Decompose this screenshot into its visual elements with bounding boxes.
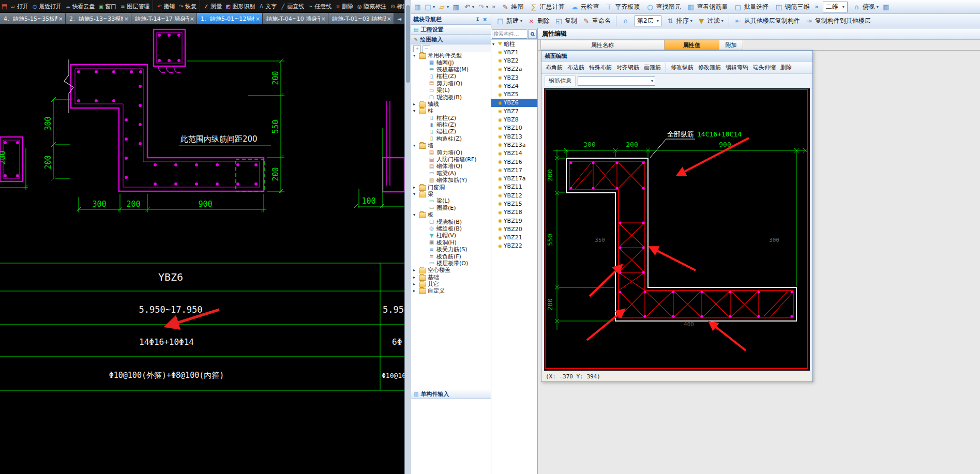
drawing-tab[interactable]: 1、结施5-01~12墙柱… × — [197, 13, 263, 24]
component-item[interactable]: ◉ YBZ15 — [491, 200, 537, 208]
sort-button[interactable]: ⇅ 排序 ▾ — [664, 15, 695, 27]
divider-scrollbar[interactable] — [404, 0, 411, 474]
menu-item[interactable]: ↶ 撤销 — [153, 0, 176, 12]
dialog-title-bar[interactable]: 截面编辑 — [541, 51, 812, 62]
menu-item[interactable]: ◩ 图形识别 — [223, 0, 257, 12]
menu-item[interactable]: ↷ 恢复 — [176, 0, 198, 12]
section-tool-button[interactable]: 端头伸缩 — [751, 63, 778, 72]
save-icon[interactable]: ▥ — [450, 2, 461, 12]
toolbar-overflow-icon[interactable]: » — [812, 3, 820, 10]
section-tool-button[interactable]: 修改箍筋 — [696, 63, 723, 72]
tree-item[interactable]: ▾ 常用构件类型 — [411, 52, 491, 59]
tree-item[interactable]: ▢ 现浇板(B) — [411, 94, 491, 100]
component-item[interactable]: ◉ YBZ5 — [491, 90, 537, 98]
floor-icon[interactable]: ⌂ — [616, 16, 632, 26]
tree-item[interactable]: ◎ 螺旋板(B) — [411, 225, 491, 232]
tree-item[interactable]: ≡ 板受力筋(S) — [411, 246, 491, 253]
component-item[interactable]: ◉ YBZ2 — [491, 56, 537, 65]
menu-item[interactable]: × 删除 — [333, 0, 355, 12]
component-item[interactable]: ◉ YBZ1 — [491, 48, 537, 56]
tree-item[interactable]: ▮ 暗柱(Z) — [411, 121, 491, 128]
component-item[interactable]: ◉ YBZ8 — [491, 115, 537, 124]
tree-item[interactable]: ▸ 空心楼盖 — [411, 267, 491, 273]
tab-close-icon[interactable]: × — [255, 16, 260, 22]
component-root-item[interactable]: ▾ 暗柱 — [491, 40, 537, 48]
tree-item[interactable]: ▸ 基础 — [411, 274, 491, 281]
section-single-component-input[interactable]: ▥ 单构件输入 — [411, 389, 491, 399]
draw-button[interactable]: ✎ 绘图 — [498, 1, 526, 13]
tree-item[interactable]: ▾ 板 — [411, 211, 491, 218]
component-item[interactable]: ◉ YBZ22 — [491, 242, 537, 250]
component-item[interactable]: ◉ YBZ4 — [491, 82, 537, 90]
expand-arrow-icon[interactable]: ▾ — [413, 108, 417, 114]
tree-item[interactable]: ▭ 楼层板带(O) — [411, 260, 491, 267]
component-item[interactable]: ◉ YBZ19 — [491, 217, 537, 225]
section-project-settings[interactable]: ▤ 工程设置 — [411, 25, 491, 35]
rename-component-button[interactable]: ✎ 重命名 — [580, 15, 613, 27]
component-item[interactable]: ◉ YBZ21 — [491, 234, 537, 242]
toolbar-overflow-icon[interactable]: » — [490, 3, 497, 10]
menu-item[interactable]: ~ 任意线 — [306, 0, 333, 12]
floor-select[interactable]: 第2层 ▾ — [635, 16, 661, 26]
tree-item[interactable]: ▭ 梁(L) — [411, 87, 491, 94]
view-direction-button[interactable]: ⌂ 俯视 ▾ — [850, 1, 881, 13]
collapse-all-icon[interactable]: − — [423, 45, 430, 53]
app-menu-icon[interactable]: ▦ — [413, 3, 422, 11]
component-item[interactable]: ◉ YBZ13a — [491, 141, 537, 149]
tree-item[interactable]: ▭ 梁(L) — [411, 197, 491, 204]
section-drawing-input[interactable]: ✎ 绘图输入 — [411, 35, 491, 44]
component-item[interactable]: ◉ YBZ7 — [491, 107, 537, 115]
find-element-button[interactable]: ○ 查找图元 — [643, 1, 683, 13]
expand-arrow-icon[interactable]: ▸ — [413, 101, 417, 108]
component-item[interactable]: ◉ YBZ6 — [491, 99, 537, 107]
tree-item[interactable]: ▧ 砌体加筋(Y) — [411, 177, 491, 184]
tab-close-icon[interactable]: × — [58, 16, 63, 22]
new-component-button[interactable]: ▤ 新建 ▾ — [494, 15, 524, 27]
tree-item[interactable]: ▾ 柱 — [411, 108, 491, 114]
delete-component-button[interactable]: × 删除 — [525, 15, 552, 27]
tree-item[interactable]: ▸ 其它 — [411, 281, 491, 287]
component-item[interactable]: ◉ YBZ20 — [491, 225, 537, 233]
expand-arrow-icon[interactable]: ▾ — [413, 191, 417, 197]
batch-select-button[interactable]: ▢ 批量选择 — [731, 1, 771, 13]
tree-item[interactable]: ▣ 板洞(H) — [411, 239, 491, 246]
tree-item[interactable]: ▼ 柱帽(V) — [411, 232, 491, 239]
menu-item[interactable]: ◷ 最近打开 — [30, 0, 63, 12]
column-header-attach[interactable]: 附加 — [719, 40, 743, 50]
tab-close-icon[interactable]: × — [321, 16, 326, 22]
menu-item[interactable]: A 文字 — [257, 0, 278, 12]
tree-item[interactable]: ▯ 框柱(Z) — [411, 115, 491, 121]
drawing-tab[interactable]: 2、结施5-13~33模板… × — [66, 13, 131, 24]
drawing-tab[interactable]: 4、结施5-15~35板配… × — [0, 13, 66, 24]
tree-item[interactable]: ▤ 剪力墙(Q) — [411, 149, 491, 156]
menu-item[interactable]: ∠ 测量 — [200, 0, 223, 12]
expand-arrow-icon[interactable]: ▸ — [413, 281, 417, 287]
section-tool-button[interactable]: 特殊布筋 — [587, 63, 614, 72]
rebar-info-select[interactable]: ▾ — [578, 77, 655, 86]
copy-component-button[interactable]: ◱ 复制 — [552, 15, 579, 27]
component-item[interactable]: ◉ YBZ14 — [491, 149, 537, 158]
menu-item[interactable]: ╱ 画直线 — [278, 0, 306, 12]
copy-from-other-floor-button[interactable]: ⇤ 从其他楼层复制构件 — [729, 15, 802, 27]
redo-icon[interactable]: ↷ ▾ — [476, 2, 489, 12]
component-item[interactable]: ◉ YBZ17a — [491, 174, 537, 182]
menu-item[interactable]: ≡ 图层管理 — [118, 0, 151, 12]
section-canvas[interactable]: 300 200 900 200 550 200 350 300 400 — [544, 88, 810, 371]
floor-select[interactable]: 第2层 ▾ — [632, 14, 664, 28]
drawing-tab[interactable]: 结施-T-14~17 墙身节… × — [131, 13, 197, 24]
tree-item[interactable]: ▾ 梁 — [411, 191, 491, 197]
undo-icon[interactable]: ↶ ▾ — [462, 2, 475, 12]
search-button[interactable] — [528, 29, 537, 39]
component-item[interactable]: ◉ YBZ16 — [491, 158, 537, 166]
tab-close-icon[interactable]: × — [124, 16, 129, 22]
new-file-icon[interactable]: ▤ ▾ — [423, 2, 436, 12]
drawing-tab[interactable]: 结施-T-01~03 结构设… × — [328, 13, 394, 24]
expand-all-icon[interactable]: + — [413, 45, 421, 53]
tree-item[interactable]: ▸ 轴线 — [411, 101, 491, 108]
column-header-property-name[interactable]: 属性名称 — [540, 40, 665, 50]
section-tool-button[interactable]: 对齐钢筋 — [614, 63, 641, 72]
section-tool-button[interactable]: 编辑弯钩 — [723, 63, 750, 72]
tree-item[interactable]: ▯ 框柱(Z) — [411, 73, 491, 80]
tab-close-icon[interactable]: × — [387, 16, 391, 22]
section-tool-button[interactable]: 修改纵筋 — [666, 63, 696, 72]
